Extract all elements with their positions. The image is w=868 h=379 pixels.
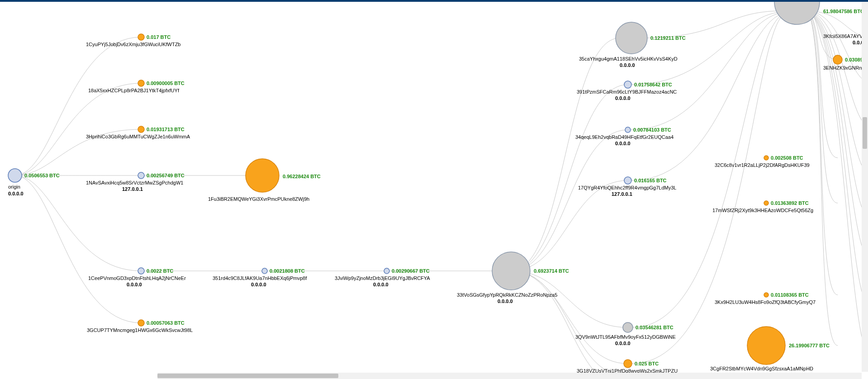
address-label: 391tPzmSFCaRm96cLtY9BJFFMazoz4acNC (577, 89, 677, 95)
svg-point-3 (138, 126, 144, 133)
amount-label: 0.03546281 BTC (636, 325, 674, 330)
node-hubout-5[interactable]: 0.025 BTC 3G18VZUsVTni1PhfDq8wvgWs2xSmkJ… (577, 360, 678, 373)
node-bigout-4[interactable]: 26.19906777 BTC 3CgFR2StbMYcW4Vdn9GgSfzs… (710, 327, 830, 371)
amount-label: 0.01758642 BTC (634, 82, 672, 87)
address-label: 17QYgR4YfoQEhhc2ff9R4vmgpGg7LdMy3L (578, 185, 676, 190)
horizontal-scrollbar[interactable] (157, 373, 862, 379)
node-origin[interactable]: 0.0506553 BTC origin 0.0.0.0 (8, 169, 60, 196)
amount-label: 0.025 BTC (635, 361, 659, 366)
amount-label: 0.016165 BTC (634, 178, 667, 183)
vertical-scrollbar[interactable] (862, 2, 868, 372)
amount-label: 0.6923714 BTC (534, 268, 569, 274)
ip-label: 0.0.0.0 (615, 341, 631, 346)
edge (805, 11, 838, 295)
edge (15, 37, 141, 175)
svg-point-8 (262, 268, 267, 274)
amount-label: 0.002508 BTC (771, 155, 803, 161)
node-bigout-1[interactable]: 0.002508 BTC 32C6c8v1vr1R2aLLjP2j2DfARgD… (715, 155, 810, 168)
ip-label: 0.0.0.0 (251, 282, 266, 287)
edge (511, 271, 628, 373)
address-label: 3ENHZK9xGNRnAGvnzep3BAK1JDR6hte8Yt (823, 65, 862, 71)
amount-label: 0.01931713 BTC (147, 127, 185, 132)
node-hubout-1[interactable]: 0.01758642 BTC 391tPzmSFCaRm96cLtY9BJFFM… (577, 81, 677, 101)
edge (511, 180, 628, 271)
node-fu3[interactable]: 0.96228424 BTC 1Fu3iBR2EMQWeYGi3XvrPmcPU… (208, 159, 321, 202)
svg-point-4 (138, 172, 144, 179)
svg-point-13 (625, 127, 631, 133)
address-label: 3Kx9H2LU3uW4Hs8Fo9oZfQ3tABCfyGmyQ7 (715, 299, 816, 305)
amount-label: 0.00290667 BTC (392, 268, 430, 274)
svg-point-12 (624, 81, 631, 88)
edge (511, 130, 628, 271)
ip-label: 127.0.0.1 (612, 191, 632, 197)
svg-point-6 (138, 320, 144, 326)
amount-label: 0.96228424 BTC (283, 174, 321, 179)
amount-label: 0.030896849999999997 BTC (845, 57, 862, 62)
node-hubout-3[interactable]: 0.016165 BTC 17QYgR4YfoQEhhc2ff9R4vmgpGg… (578, 177, 676, 197)
edge (641, 11, 783, 38)
node-bigout-3[interactable]: 0.01108365 BTC 3Kx9H2LU3uW4Hs8Fo9oZfQ3tA… (715, 292, 816, 305)
node-left-0[interactable]: 0.017 BTC 1CyuPYj5JobjDv6zXmju3fGWuciUKf… (86, 34, 180, 47)
address-label: 3G18VZUsVTni1PhfDq8wvgWs2xSmkJTPZU (577, 368, 678, 373)
amount-label: 0.00784103 BTC (633, 127, 671, 133)
svg-point-21 (764, 293, 768, 297)
node-hub[interactable]: 0.6923714 BTC 33tVoSGsGfypYpRQkRkKCZNoZz… (457, 252, 569, 304)
graph-canvas[interactable]: 0.0506553 BTC origin 0.0.0.0 0.017 BTC 1… (0, 2, 862, 373)
address-label: 1CeePVnmoGD3xpDtnFtshLHqA2jNrCNeEr (88, 275, 186, 281)
address-label: 17mWSfZRj2Xyt9k3HHEAzoWDCFe5Qt56Zg (712, 208, 813, 213)
ip-label: 0.0.0.0 (373, 282, 389, 287)
svg-point-15 (623, 322, 633, 332)
edge (805, 11, 862, 315)
amount-label: 0.00256749 BTC (147, 173, 185, 178)
node-hubout-0[interactable]: 0.1219211 BTC 35caYhxgu4gmA118SEhVv5icHK… (579, 22, 686, 68)
edge (511, 271, 628, 364)
svg-point-19 (764, 156, 768, 160)
svg-point-18 (833, 55, 842, 64)
vertical-scrollbar-thumb[interactable] (863, 117, 867, 149)
edge (15, 83, 141, 175)
transaction-graph-svg[interactable]: 0.0506553 BTC origin 0.0.0.0 0.017 BTC 1… (0, 2, 862, 373)
amount-label: 0.0022 BTC (147, 268, 173, 274)
ip-label: 0.0.0.0 (615, 141, 631, 146)
ip-label: 0.0.0.0 (8, 191, 24, 196)
ip-label: 0.0.0.0 (127, 282, 142, 287)
edge (15, 175, 141, 323)
node-left-3[interactable]: 0.00256749 BTC 1NAvSAvxiHcq5w8SrVctzrMwZ… (86, 172, 185, 192)
ip-label: 0.0.0.0 (498, 298, 513, 304)
edge (511, 38, 620, 271)
svg-point-7 (246, 159, 279, 192)
svg-point-0 (8, 169, 22, 182)
address-label: 3CgFR2StbMYcW4Vdn9GgSfzsxaA1aMNpHD (710, 366, 813, 371)
amount-label: 0.00900005 BTC (147, 81, 185, 86)
address-label: 18aX5xxHZCPLp8rPA2BJ1YtkT4jpfxfUYf (88, 88, 180, 93)
address-label: 3QV9nWtJTL95AFbfMv9oyFx512yDGBWiNE (575, 334, 676, 340)
edge (805, 11, 838, 203)
ip-label: 0.0.0.0 (853, 40, 862, 45)
node-bighub[interactable]: 61.98047586 BTC 3Kfcii5X86A7AYVU4G9Ck65b… (774, 2, 862, 45)
node-left-5[interactable]: 0.00057063 BTC 3GCUP7TYMncmgeg1HWGx6GcWk… (87, 320, 193, 333)
amount-label: 26.19906777 BTC (789, 343, 830, 348)
svg-point-1 (138, 34, 144, 40)
horizontal-scrollbar-thumb[interactable] (157, 374, 338, 378)
address-label: origin (8, 184, 20, 190)
address-label: 3Kfcii5X86A7AYVU4G9Ck65b11aFin37nN (823, 33, 862, 39)
svg-point-11 (616, 22, 647, 54)
ip-label: 0.0.0.0 (615, 95, 631, 101)
amount-label: 0.01108365 BTC (771, 292, 809, 298)
amount-label: 0.00057063 BTC (147, 320, 185, 326)
node-left-2[interactable]: 0.01931713 BTC 3HprihiCo3GbRg6uMMTuCWgZJ… (86, 126, 190, 139)
amount-label: 0.0021808 BTC (270, 268, 305, 274)
svg-point-9 (384, 268, 389, 274)
ip-label: 127.0.0.1 (122, 186, 143, 192)
address-label: 1Fu3iBR2EMQWeYGi3XvrPmcPUkne8ZWj9h (208, 196, 309, 202)
svg-point-20 (764, 201, 768, 205)
node-left-1[interactable]: 0.00900005 BTC 18aX5xxHZCPLp8rPA2BJ1YtkT… (88, 80, 185, 93)
node-bigout-2[interactable]: 0.01363892 BTC 17mWSfZRj2Xyt9k3HHEAzoWDC… (712, 200, 813, 213)
amount-label: 0.1219211 BTC (650, 35, 686, 41)
address-label: 32C6c8v1vr1R2aLLjP2j2DfARgDsHKUF39 (715, 162, 810, 168)
edge (631, 13, 783, 130)
svg-point-2 (138, 80, 144, 86)
edge (805, 11, 838, 158)
node-hubout-4[interactable]: 0.03546281 BTC 3QV9nWtJTL95AFbfMv9oyFx51… (575, 322, 676, 346)
address-label: 35caYhxgu4gmA118SEhVv5icHKvVsS4KyD (579, 56, 678, 62)
